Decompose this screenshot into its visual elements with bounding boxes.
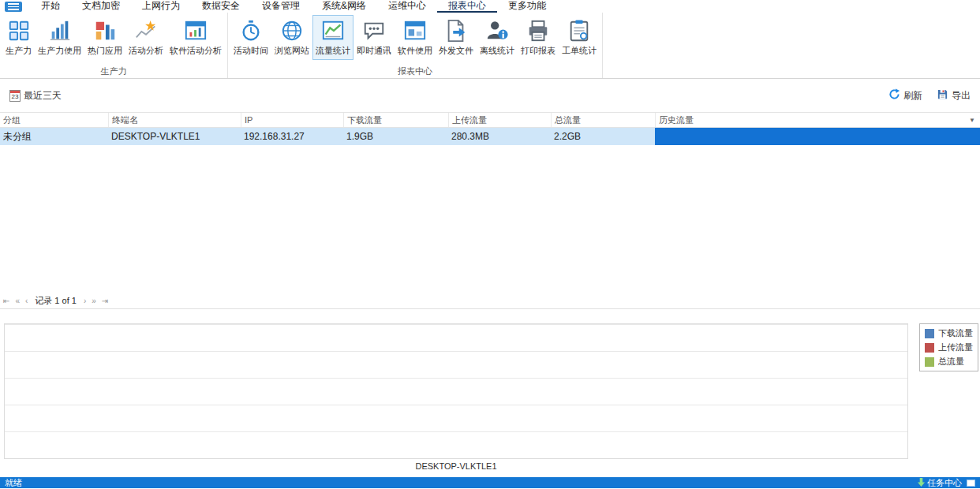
legend-item-download: 下载流量 <box>925 327 973 339</box>
ribbon-item-activity-analysis[interactable]: 活动分析 <box>125 15 166 60</box>
table-empty-area <box>0 145 980 293</box>
column-header-terminal[interactable]: 终端名 <box>108 113 241 127</box>
legend-item-upload: 上传流量 <box>925 342 973 353</box>
ribbon-item-software-activity-analysis[interactable]: 软件活动分析 <box>166 15 225 60</box>
next-group-button[interactable]: » <box>92 297 96 305</box>
legend-swatch <box>925 357 934 367</box>
ribbon-item-label: 离线统计 <box>480 45 514 57</box>
print-report-icon <box>526 17 551 44</box>
refresh-button[interactable]: 刷新 <box>888 88 922 103</box>
prev-page-button[interactable]: ‹ <box>25 297 28 305</box>
ribbon-item-label: 活动时间 <box>234 45 268 57</box>
ribbon-item-work-order-stats[interactable]: 工单统计 <box>559 15 600 60</box>
legend-label: 总流量 <box>938 356 964 368</box>
first-page-button[interactable]: ⇤ <box>3 297 9 305</box>
app-menu-button[interactable] <box>5 2 22 12</box>
column-header-ip[interactable]: IP <box>241 113 343 127</box>
productivity-usage-chart-icon <box>47 17 73 44</box>
column-header-group[interactable]: 分组 <box>0 113 108 127</box>
refresh-label: 刷新 <box>903 89 922 103</box>
next-page-button[interactable]: › <box>84 297 86 305</box>
chart-category-label: DESKTOP-VLKTLE1 <box>4 461 908 471</box>
chart-legend: 下载流量 上传流量 总流量 <box>919 323 978 371</box>
ribbon-item-offline-stats[interactable]: 离线统计 <box>477 15 518 60</box>
date-range-filter[interactable]: 23 最近三天 <box>9 89 62 103</box>
tab-internet-behavior[interactable]: 上网行为 <box>131 0 191 13</box>
column-header-history[interactable]: 历史流量 <box>655 113 980 127</box>
ribbon: 生产力 生产力使用 热门应用 活动分析 <box>0 13 980 79</box>
ribbon-tab-strip: 开始 文档加密 上网行为 数据安全 设备管理 系统&网络 运维中心 报表中心 更… <box>0 0 980 13</box>
ribbon-item-label: 生产力使用 <box>38 45 81 57</box>
export-label: 导出 <box>952 89 971 103</box>
legend-label: 上传流量 <box>938 342 973 353</box>
ribbon-item-software-usage[interactable]: 软件使用 <box>395 15 436 60</box>
tab-system-network[interactable]: 系统&网络 <box>311 0 377 13</box>
ribbon-group-label-productivity: 生产力 <box>0 65 227 78</box>
page-toolbar: 23 最近三天 刷新 导出 <box>0 79 980 112</box>
legend-swatch <box>925 343 934 353</box>
ribbon-group-label-report-center: 报表中心 <box>228 65 602 78</box>
cell-download: 1.9GB <box>343 128 448 145</box>
column-header-download[interactable]: 下载流量 <box>343 113 448 127</box>
ribbon-item-browse-website[interactable]: 浏览网站 <box>271 15 312 60</box>
tab-start[interactable]: 开始 <box>30 0 71 13</box>
chart-plot <box>4 323 908 459</box>
column-menu-icon[interactable]: ▼ <box>969 117 975 124</box>
tab-operations-center[interactable]: 运维中心 <box>377 0 437 13</box>
cell-history-traffic <box>655 128 980 145</box>
tab-device-management[interactable]: 设备管理 <box>251 0 311 13</box>
last-page-button[interactable]: ⇥ <box>102 297 108 305</box>
ribbon-item-label: 软件活动分析 <box>170 45 222 57</box>
table-row[interactable]: 未分组 DESKTOP-VLKTLE1 192.168.31.27 1.9GB … <box>0 128 980 145</box>
ribbon-item-traffic-stats[interactable]: 流量统计 <box>312 15 353 60</box>
refresh-icon <box>888 88 900 103</box>
legend-item-total: 总流量 <box>925 356 973 368</box>
cell-terminal: DESKTOP-VLKTLE1 <box>108 128 241 145</box>
prev-group-button[interactable]: « <box>15 297 20 305</box>
software-activity-analysis-icon <box>183 17 208 44</box>
task-center-button[interactable]: 任务中心 <box>918 477 962 489</box>
status-ready-label: 就绪 <box>5 477 22 489</box>
window-panel-icon[interactable] <box>967 480 975 487</box>
export-button[interactable]: 导出 <box>937 88 971 103</box>
pagination-bar: ⇤ « ‹ 记录 1 of 1 › » ⇥ <box>0 293 980 309</box>
legend-swatch <box>925 329 934 338</box>
tab-report-center[interactable]: 报表中心 <box>437 0 497 13</box>
ribbon-item-label: 打印报表 <box>521 45 555 57</box>
activity-analysis-icon <box>133 17 159 44</box>
ribbon-group-productivity: 生产力 生产力使用 热门应用 活动分析 <box>0 13 228 78</box>
tab-more-features[interactable]: 更多功能 <box>497 0 557 13</box>
instant-message-icon <box>361 17 387 44</box>
ribbon-item-productivity-usage[interactable]: 生产力使用 <box>35 15 84 60</box>
ribbon-item-label: 浏览网站 <box>275 45 309 57</box>
tab-document-encryption[interactable]: 文档加密 <box>71 0 131 13</box>
ribbon-item-label: 外发文件 <box>439 45 473 57</box>
record-count-label: 记录 1 of 1 <box>33 295 78 307</box>
status-bar: 就绪 任务中心 <box>0 477 980 488</box>
ribbon-item-hot-apps[interactable]: 热门应用 <box>84 15 125 60</box>
download-arrow-icon <box>918 478 925 488</box>
legend-label: 下载流量 <box>938 327 973 339</box>
history-traffic-bar <box>655 128 980 145</box>
ribbon-item-activity-time[interactable]: 活动时间 <box>230 15 271 60</box>
traffic-bar-chart: DESKTOP-VLKTLE1 下载流量 上传流量 总流量 <box>0 309 980 477</box>
offline-stats-icon <box>484 17 510 44</box>
tab-data-security[interactable]: 数据安全 <box>191 0 251 13</box>
cell-group: 未分组 <box>0 128 108 145</box>
column-header-total[interactable]: 总流量 <box>551 113 655 127</box>
productivity-grid-icon <box>6 17 32 44</box>
ribbon-item-productivity[interactable]: 生产力 <box>2 15 35 60</box>
calendar-icon: 23 <box>9 90 21 102</box>
column-header-upload[interactable]: 上传流量 <box>448 113 551 127</box>
ribbon-item-outgoing-files[interactable]: 外发文件 <box>436 15 477 60</box>
outgoing-files-icon <box>443 17 469 44</box>
ribbon-item-print-report[interactable]: 打印报表 <box>518 15 559 60</box>
ribbon-group-report-center: 活动时间 浏览网站 流量统计 即时通讯 <box>228 13 603 78</box>
traffic-stats-chart-icon <box>320 17 346 44</box>
software-usage-icon <box>402 17 428 44</box>
ribbon-item-label: 活动分析 <box>129 45 163 57</box>
ribbon-item-instant-messaging[interactable]: 即时通讯 <box>353 15 395 60</box>
work-order-stats-icon <box>567 17 592 44</box>
cell-upload: 280.3MB <box>448 128 551 145</box>
ribbon-item-label: 流量统计 <box>316 45 350 57</box>
